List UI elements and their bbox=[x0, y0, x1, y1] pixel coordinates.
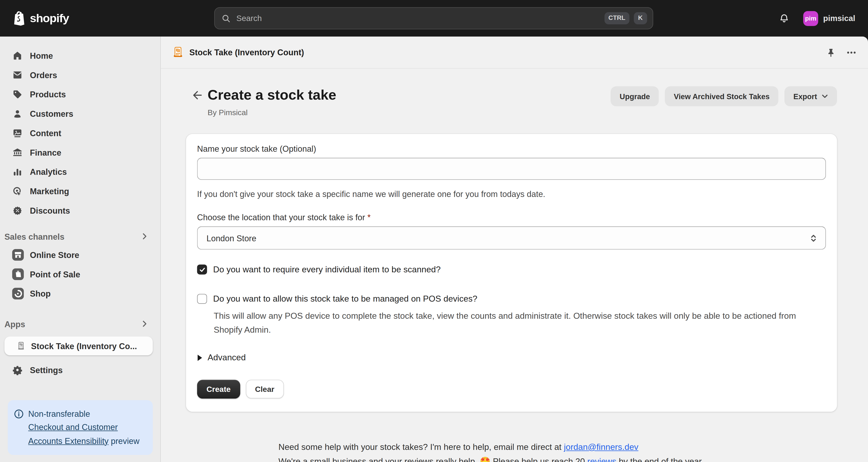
channel-label: Shop bbox=[30, 288, 51, 298]
create-button[interactable]: Create bbox=[197, 380, 240, 399]
extensibility-preview-link[interactable]: Checkout and Customer Accounts Extensibi… bbox=[28, 422, 118, 445]
notifications-bell-icon[interactable] bbox=[778, 12, 790, 24]
help-line-1-text: Need some help with your stock takes? I'… bbox=[278, 442, 564, 452]
search-input[interactable] bbox=[235, 13, 600, 23]
advanced-disclosure[interactable]: Advanced bbox=[197, 352, 826, 363]
page-actions: Upgrade View Archived Stock Takes Export bbox=[611, 86, 837, 106]
help-line-2-suffix: by the end of the year. bbox=[616, 457, 704, 462]
sidebar-item-label: Orders bbox=[30, 70, 57, 79]
export-label: Export bbox=[794, 92, 817, 100]
avatar: pim bbox=[803, 11, 818, 26]
notice-prefix: Non-transferable bbox=[28, 409, 90, 418]
stock-take-app-icon bbox=[172, 47, 184, 58]
page-byline: By Pimsical bbox=[208, 108, 611, 117]
sales-channels-header[interactable]: Sales channels bbox=[0, 228, 156, 244]
more-options-icon[interactable] bbox=[846, 47, 857, 57]
sidebar-item-products[interactable]: Products bbox=[0, 85, 156, 103]
sidebar-item-label: Finance bbox=[30, 148, 61, 157]
main-content: Stock Take (Inventory Count) Create a st… bbox=[160, 36, 868, 462]
app-header: Stock Take (Inventory Count) bbox=[160, 36, 868, 68]
account-menu[interactable]: pim pimsical bbox=[803, 11, 856, 26]
reviews-link[interactable]: reviews bbox=[587, 457, 616, 462]
home-icon bbox=[12, 50, 23, 61]
gear-icon bbox=[12, 364, 23, 375]
sidebar-item-point-of-sale[interactable]: Point of Sale bbox=[0, 265, 156, 283]
sidebar-item-marketing[interactable]: Marketing bbox=[0, 182, 156, 200]
sales-channels-label: Sales channels bbox=[4, 232, 64, 241]
sidebar-item-label: Products bbox=[30, 89, 66, 99]
clear-button[interactable]: Clear bbox=[245, 380, 284, 399]
chevron-down-icon bbox=[822, 93, 828, 100]
shopify-bag-icon bbox=[12, 10, 26, 26]
sidebar-item-label: Content bbox=[30, 128, 61, 137]
scan-checkbox-label[interactable]: Do you want to require every individual … bbox=[213, 265, 441, 275]
chevron-right-icon bbox=[141, 233, 148, 240]
help-line-2: We're a small business and your reviews … bbox=[278, 455, 837, 462]
sidebar-item-label: Analytics bbox=[30, 167, 67, 176]
view-archived-button[interactable]: View Archived Stock Takes bbox=[665, 86, 778, 106]
sidebar-item-finance[interactable]: Finance bbox=[0, 143, 156, 161]
stock-take-name-input[interactable] bbox=[197, 158, 826, 180]
sidebar-item-content[interactable]: Content bbox=[0, 124, 156, 142]
page-head: Create a stock take By Pimsical Upgrade … bbox=[186, 86, 837, 117]
form-buttons: Create Clear bbox=[197, 380, 826, 399]
topbar: shopify CTRL K pim pimsical bbox=[0, 0, 868, 36]
pos-checkbox-help: This will allow any POS device to comple… bbox=[214, 309, 818, 337]
sidebar-item-label: Home bbox=[30, 51, 53, 60]
topbar-right: pim pimsical bbox=[778, 0, 868, 36]
pin-icon[interactable] bbox=[826, 47, 836, 57]
back-arrow-icon[interactable] bbox=[191, 89, 203, 101]
shopify-logo[interactable]: shopify bbox=[0, 10, 69, 26]
online-store-icon bbox=[12, 249, 24, 260]
create-stock-take-card: Name your stock take (Optional) If you d… bbox=[186, 134, 837, 412]
pos-checkbox-row: Do you want to allow this stock take to … bbox=[197, 294, 826, 304]
name-field-label: Name your stock take (Optional) bbox=[197, 144, 826, 153]
app-title: Stock Take (Inventory Count) bbox=[189, 48, 826, 57]
discounts-icon bbox=[12, 205, 23, 215]
sidebar-item-settings[interactable]: Settings bbox=[0, 361, 156, 379]
sidebar-item-orders[interactable]: Orders bbox=[0, 66, 156, 84]
sidebar-item-label: Settings bbox=[30, 365, 63, 374]
search-icon bbox=[221, 13, 231, 23]
email-link[interactable]: jordan@finners.dev bbox=[564, 442, 638, 452]
analytics-icon bbox=[12, 166, 23, 177]
sidebar-item-label: Marketing bbox=[30, 186, 69, 195]
scan-checkbox[interactable] bbox=[197, 265, 207, 275]
sidebar: Home Orders Products Customers Content F… bbox=[0, 36, 160, 462]
pos-icon bbox=[12, 268, 24, 280]
notice-suffix: preview bbox=[108, 436, 140, 445]
ctrl-key-badge: CTRL bbox=[604, 12, 629, 24]
upgrade-button[interactable]: Upgrade bbox=[611, 86, 659, 106]
name-field-help: If you don't give your stock take a spec… bbox=[197, 189, 826, 198]
sidebar-item-analytics[interactable]: Analytics bbox=[0, 163, 156, 181]
extensibility-notice: Non-transferable Checkout and Customer A… bbox=[8, 400, 153, 455]
required-marker: * bbox=[368, 213, 371, 222]
k-key-badge: K bbox=[634, 12, 647, 24]
shopify-admin: shopify CTRL K pim pimsical Home bbox=[0, 0, 868, 462]
select-stepper-icon bbox=[809, 234, 817, 242]
help-line-2-text: We're a small business and your reviews … bbox=[278, 457, 587, 462]
sidebar-item-stock-take-app[interactable]: Stock Take (Inventory Co... bbox=[4, 337, 153, 355]
orders-icon bbox=[12, 69, 23, 80]
sidebar-item-customers[interactable]: Customers bbox=[0, 105, 156, 122]
sidebar-item-online-store[interactable]: Online Store bbox=[0, 246, 156, 264]
location-field-label: Choose the location that your stock take… bbox=[197, 213, 826, 222]
sidebar-item-shop[interactable]: Shop bbox=[0, 284, 156, 302]
pos-checkbox-label[interactable]: Do you want to allow this stock take to … bbox=[213, 294, 477, 304]
pos-checkbox[interactable] bbox=[197, 294, 207, 304]
stock-take-app-icon bbox=[17, 341, 26, 350]
sidebar-item-discounts[interactable]: Discounts bbox=[0, 202, 156, 219]
active-app-label: Stock Take (Inventory Co... bbox=[31, 341, 137, 350]
sidebar-item-home[interactable]: Home bbox=[0, 47, 156, 64]
help-footer: Need some help with your stock takes? I'… bbox=[278, 440, 837, 462]
channel-label: Point of Sale bbox=[30, 269, 80, 279]
customers-icon bbox=[12, 108, 23, 119]
search-bar[interactable]: CTRL K bbox=[214, 7, 653, 29]
export-button[interactable]: Export bbox=[784, 86, 837, 106]
location-label-text: Choose the location that your stock take… bbox=[197, 213, 367, 222]
location-select[interactable]: London Store bbox=[197, 226, 826, 250]
finance-icon bbox=[12, 147, 23, 157]
chevron-right-icon bbox=[141, 320, 148, 328]
apps-header[interactable]: Apps bbox=[0, 316, 156, 332]
sidebar-item-label: Discounts bbox=[30, 206, 70, 215]
